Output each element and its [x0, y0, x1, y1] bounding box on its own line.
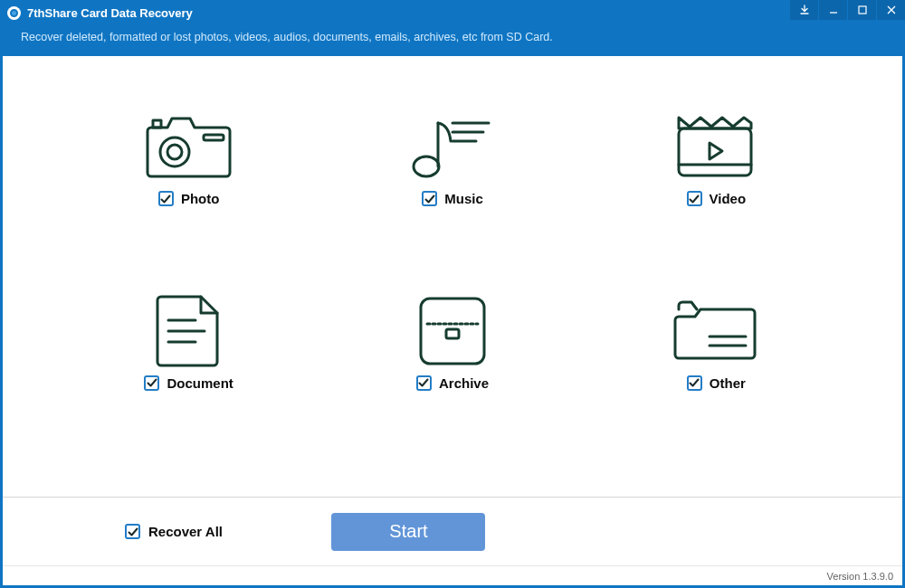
category-label: Other [710, 375, 746, 391]
category-video: Video [585, 106, 848, 290]
category-other: Other [585, 290, 848, 475]
download-button[interactable] [790, 0, 818, 20]
panel-wrap: Photo [0, 56, 905, 588]
main-panel: Photo [3, 56, 902, 585]
window-controls [789, 0, 905, 25]
music-icon [409, 106, 495, 187]
video-icon [673, 106, 759, 187]
bottom-bar: Recover All Start [3, 497, 902, 565]
category-archive: Archive [320, 290, 584, 475]
svg-point-2 [167, 145, 182, 159]
other-icon [673, 290, 759, 372]
checkbox-document[interactable] [144, 375, 159, 391]
checkbox-video[interactable] [687, 191, 702, 206]
category-photo: Photo [57, 106, 320, 290]
checkbox-archive[interactable] [416, 375, 432, 391]
svg-point-1 [160, 138, 189, 166]
recover-all-group: Recover All [125, 524, 223, 539]
app-title: 7thShare Card Data Recovery [27, 6, 193, 20]
svg-rect-3 [204, 135, 224, 140]
start-button[interactable]: Start [331, 513, 485, 551]
titlebar: 7thShare Card Data Recovery [0, 0, 905, 25]
category-label: Document [167, 375, 233, 391]
checkbox-photo[interactable] [158, 191, 174, 206]
category-document: Document [57, 290, 320, 475]
footer: Version 1.3.9.0 [3, 565, 902, 585]
maximize-button[interactable] [848, 0, 876, 20]
app-window: 7thShare Card Data Recovery [0, 0, 905, 588]
archive-icon [416, 290, 489, 372]
svg-rect-8 [446, 329, 459, 338]
category-label: Music [444, 191, 483, 206]
close-icon [886, 5, 897, 15]
svg-rect-4 [153, 120, 161, 128]
svg-rect-6 [679, 128, 751, 175]
photo-icon [146, 106, 232, 187]
version-label: Version 1.3.9.0 [827, 571, 893, 582]
checkbox-music[interactable] [422, 191, 437, 206]
app-logo-icon [7, 6, 21, 20]
category-label: Photo [181, 191, 220, 206]
svg-point-5 [414, 156, 439, 176]
start-button-label: Start [389, 521, 427, 542]
download-icon [799, 5, 810, 15]
svg-rect-7 [421, 299, 484, 364]
minimize-icon [828, 5, 839, 15]
close-button[interactable] [877, 0, 905, 20]
category-label: Archive [439, 375, 489, 391]
subtitle-text: Recover deleted, formatted or lost photo… [0, 25, 905, 56]
checkbox-other[interactable] [687, 375, 702, 391]
document-icon [154, 290, 224, 372]
categories-grid: Photo [3, 56, 902, 497]
recover-all-label: Recover All [148, 524, 223, 539]
svg-rect-0 [859, 6, 866, 14]
checkbox-recover-all[interactable] [125, 524, 140, 539]
category-label: Video [710, 191, 747, 206]
category-music: Music [320, 106, 584, 290]
maximize-icon [857, 5, 868, 15]
minimize-button[interactable] [819, 0, 847, 20]
